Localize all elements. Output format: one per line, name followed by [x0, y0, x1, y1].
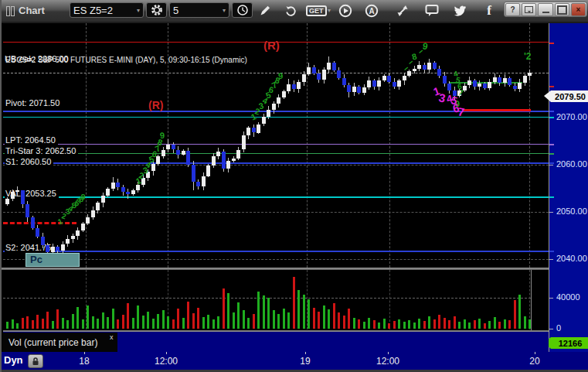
candle [71, 236, 75, 239]
maximize-button[interactable] [555, 3, 569, 16]
volume-bar [308, 299, 310, 329]
candle [192, 165, 195, 182]
close-button[interactable]: × [571, 3, 586, 16]
time-template-button[interactable] [232, 2, 253, 18]
candle [387, 76, 391, 81]
volume-bar [353, 318, 355, 329]
axis-tick [549, 212, 553, 213]
volume-bar [403, 322, 406, 329]
time-axis[interactable]: Dyn 1812:001912:0020 [2, 352, 588, 370]
chevron-down-icon: ▾ [137, 7, 140, 14]
candle [362, 87, 366, 93]
candle [287, 84, 291, 91]
facebook-icon: f [487, 3, 491, 19]
symbol-dropdown[interactable]: ES Z5=2 ▾ [70, 2, 144, 18]
volume-bar [358, 319, 360, 329]
volume-bar [398, 319, 400, 329]
volume-bar [287, 312, 290, 329]
volume-bar [107, 317, 109, 329]
comment-button[interactable] [422, 3, 442, 18]
candle [267, 110, 270, 117]
axis-level-marker [549, 251, 554, 252]
volume-bar [388, 323, 390, 329]
volume-bar [508, 320, 511, 329]
volume-bar [112, 309, 114, 329]
volume-bar [454, 316, 456, 329]
level-line [3, 162, 549, 164]
facebook-button[interactable]: f [479, 3, 499, 18]
dyn-label: Dyn [4, 354, 23, 366]
volume-bar [438, 315, 440, 329]
symbol-settings-button[interactable] [146, 2, 167, 18]
close-icon[interactable]: x [110, 333, 114, 341]
speech-bubble-icon [425, 4, 440, 17]
titlebar[interactable]: Chart ES Z5=2 ▾ 5 ▾ GET ▾ A [2, 0, 588, 23]
candle [262, 117, 266, 125]
swap-arrows-icon [396, 4, 410, 18]
share-button[interactable] [393, 3, 413, 18]
get-button[interactable]: GET ▾ [306, 3, 331, 18]
volume-bar [524, 316, 526, 329]
volume-bar [32, 320, 34, 329]
volume-bar [142, 316, 144, 329]
volume-bar [12, 319, 14, 329]
volume-pane[interactable] [3, 270, 549, 331]
tab-volume[interactable]: Vol (current price bar) [3, 333, 117, 353]
candle [493, 77, 497, 82]
time-label: 20 [529, 356, 539, 367]
candle [242, 135, 246, 149]
candle [433, 63, 437, 68]
prev-close-line [3, 222, 76, 224]
volume-bar [514, 300, 516, 329]
candle [186, 151, 190, 165]
volume-bar [66, 320, 69, 329]
analysis-button[interactable]: A [362, 3, 382, 18]
candle [86, 217, 90, 224]
volume-bar [418, 319, 420, 329]
candle [91, 210, 95, 217]
get-label: GET [306, 5, 327, 16]
volume-bar [273, 310, 275, 329]
candle [413, 69, 416, 72]
volume-bar [227, 293, 229, 329]
candle [513, 86, 517, 90]
lock-button[interactable] [28, 354, 43, 368]
play-button[interactable] [335, 3, 355, 18]
volume-bar [257, 292, 260, 329]
pane-separator[interactable] [2, 268, 549, 270]
volume-bar [484, 323, 486, 329]
svg-text:A: A [369, 7, 374, 15]
redo-button[interactable] [281, 3, 301, 18]
candle [36, 228, 39, 237]
td-annotation: 7 [458, 87, 464, 97]
volume-bar [72, 314, 74, 329]
volume-bar [383, 319, 386, 329]
volume-bar [233, 312, 235, 329]
time-label: 19 [300, 356, 310, 367]
interval-dropdown[interactable]: 5 ▾ [169, 2, 229, 18]
volume-bar [26, 316, 29, 329]
td-annotation: (R) [148, 99, 163, 111]
axis-level-marker [549, 111, 554, 112]
candle [126, 192, 130, 194]
price-pane[interactable]: ES Z5=2 S&P 500 FUTURES E-MINI (DAY), 5,… [3, 23, 549, 268]
volume-bar [293, 277, 295, 329]
volume-bar [16, 323, 19, 329]
help-button[interactable]: ? [505, 3, 520, 16]
candle [352, 87, 356, 92]
minimize-button[interactable] [538, 3, 552, 16]
panel-button[interactable] [522, 3, 536, 16]
gridline-horizontal [3, 212, 549, 213]
axis-tick [549, 259, 553, 260]
volume-bar [152, 319, 155, 329]
price-axis[interactable]: 2079.50 12166 2070.002060.002050.002040.… [549, 23, 588, 352]
candle [101, 196, 105, 203]
twitter-button[interactable] [450, 3, 470, 18]
axis-label: 40000 [556, 292, 580, 302]
level-label: S1: 2060.50 [5, 157, 53, 167]
plot-right-border [531, 270, 532, 330]
draw-tool-button[interactable] [255, 3, 275, 18]
volume-bar [504, 319, 506, 329]
volume-bar [82, 319, 84, 329]
interval-value: 5 [173, 5, 178, 16]
